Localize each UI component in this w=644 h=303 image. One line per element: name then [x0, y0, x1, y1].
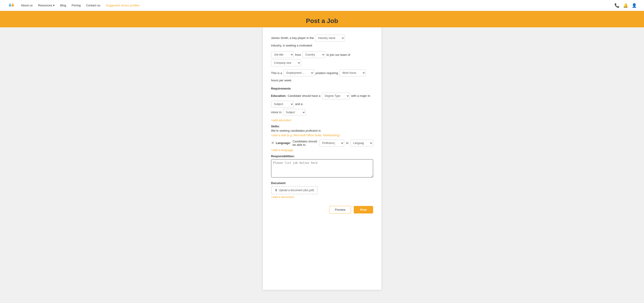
- sentence3-post: hours per week.: [271, 78, 292, 83]
- nav-suggested[interactable]: Suggested Jenius profiles: [106, 4, 140, 7]
- add-document-link[interactable]: +add a document: [271, 195, 294, 199]
- chevron-down-icon: ▾: [53, 4, 55, 7]
- skills-heading: Skills:: [271, 125, 373, 128]
- sentence3-pre: This is a: [271, 70, 282, 76]
- requirements-heading: Requirements: [271, 87, 373, 90]
- sentence3-mid: position requiring: [316, 70, 338, 76]
- logo-icon[interactable]: [7, 1, 16, 10]
- edu-mid3: and a: [295, 101, 303, 107]
- form-buttons: Preview Post: [271, 206, 373, 213]
- jobtitle-select[interactable]: Job title: [271, 51, 294, 58]
- edu-mid1: Candidate should have a: [288, 93, 320, 98]
- edu-mid4: minor in: [271, 110, 282, 115]
- country-select[interactable]: Country: [302, 51, 325, 58]
- nav-icons: 📞 🔔 👤: [614, 3, 637, 8]
- sentence-employment-line: This is a Employment ... position requir…: [271, 70, 373, 83]
- education-label: Education:: [271, 93, 286, 98]
- language-mid: Candidates should be able to: [292, 140, 317, 146]
- major-subject-select[interactable]: Subject: [271, 101, 294, 108]
- page-title: Post a Job: [0, 17, 644, 25]
- nav-links: About us Resources ▾ Blog Pricing Contac…: [21, 4, 614, 7]
- language-select[interactable]: Language: [350, 140, 373, 146]
- post-button[interactable]: Post: [354, 206, 373, 213]
- edu-mid2: with a major in: [351, 93, 370, 98]
- workhours-select[interactable]: Work hours: [340, 70, 366, 76]
- language-in: in: [346, 141, 348, 145]
- responsibilities-textarea[interactable]: [271, 159, 373, 177]
- degree-select[interactable]: Degree Type: [322, 93, 350, 99]
- nav-pricing[interactable]: Pricing: [72, 4, 81, 7]
- upload-document-button[interactable]: ⬆ Upload a document (doc,pdf): [271, 186, 318, 194]
- upload-label: Upload a document (doc,pdf): [279, 189, 314, 192]
- minor-subject-select[interactable]: Subject: [283, 109, 306, 116]
- svg-point-0: [9, 4, 11, 7]
- nav-about[interactable]: About us: [21, 4, 32, 7]
- sentence-jobtitle-line: Job title from Country to join our team …: [271, 51, 373, 66]
- page-background: James Smith, a key player in the Industr…: [0, 27, 644, 299]
- user-icon[interactable]: 👤: [632, 3, 637, 8]
- navbar: About us Resources ▾ Blog Pricing Contac…: [0, 0, 644, 11]
- phone-icon[interactable]: 📞: [614, 3, 620, 8]
- add-skill-link[interactable]: +add a skill (e.g. Microsoft Office Suit…: [271, 134, 340, 137]
- skills-sub: We're seeking candidates proficient in: [271, 129, 373, 132]
- proficiency-select[interactable]: Proficiency X: [319, 140, 344, 146]
- bell-icon[interactable]: 🔔: [623, 3, 628, 8]
- svg-point-1: [12, 4, 14, 7]
- form-card: James Smith, a key player in the Industr…: [263, 27, 381, 290]
- language-row: ✕ Language: Candidates should be able to…: [271, 140, 373, 146]
- preview-button[interactable]: Preview: [329, 206, 351, 213]
- compsize-select[interactable]: Company size: [271, 60, 301, 66]
- language-label: Language:: [276, 141, 291, 145]
- nav-contact[interactable]: Contact us: [86, 4, 100, 7]
- nav-resources[interactable]: Resources ▾: [38, 4, 55, 7]
- sentence1-pre: James Smith, a key player in the: [271, 35, 314, 41]
- sentence-industry-line: James Smith, a key player in the Industr…: [271, 35, 373, 48]
- responsibilities-label: Responsibilities:: [271, 154, 373, 158]
- document-label: Document: [271, 181, 373, 185]
- add-education-link[interactable]: +add education: [271, 118, 292, 122]
- employment-select[interactable]: Employment ...: [284, 70, 314, 76]
- sentence2-join: to join our team of: [327, 52, 350, 57]
- sentence2-from: from: [295, 52, 301, 57]
- remove-language-button[interactable]: ✕: [271, 141, 274, 145]
- nav-blog[interactable]: Blog: [60, 4, 66, 7]
- sentence1-post: industry, is seeking a motivated: [271, 43, 312, 48]
- add-language-link[interactable]: +add a language: [271, 148, 293, 152]
- skills-section: Skills: We're seeking candidates profici…: [271, 125, 373, 137]
- industry-select[interactable]: Industry name: [315, 35, 345, 42]
- education-row: Education: Candidate should have a Degre…: [271, 93, 373, 116]
- upload-icon: ⬆: [275, 188, 278, 192]
